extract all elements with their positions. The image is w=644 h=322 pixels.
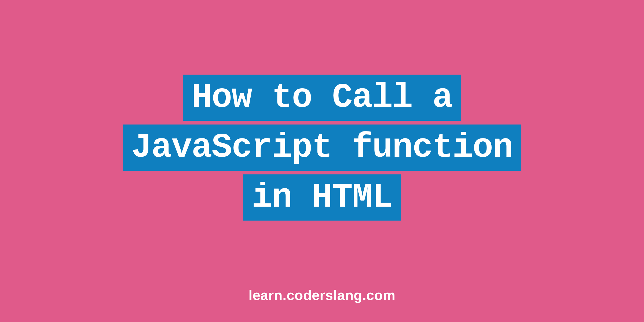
title-line-2: JavaScript function bbox=[123, 125, 521, 171]
title-line-1: How to Call a bbox=[183, 75, 461, 121]
title-line-3: in HTML bbox=[243, 174, 401, 221]
title-container: How to Call a JavaScript function in HTM… bbox=[123, 75, 521, 221]
footer-site: learn.coderslang.com bbox=[248, 287, 396, 303]
